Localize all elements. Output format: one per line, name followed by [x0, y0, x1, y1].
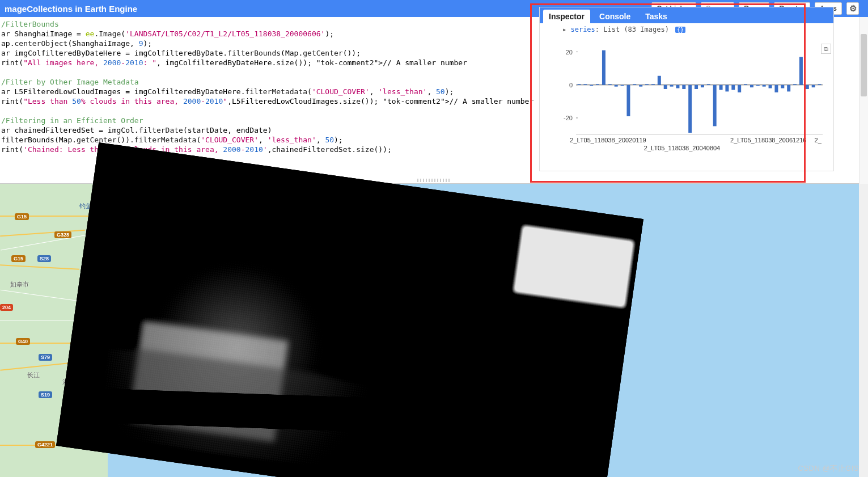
svg-rect-39 — [774, 85, 778, 92]
svg-rect-31 — [725, 85, 729, 92]
shield: G40 — [16, 338, 30, 345]
svg-rect-21 — [664, 85, 667, 89]
svg-text:20: 20 — [566, 49, 573, 56]
svg-rect-36 — [756, 85, 760, 86]
shield: G4221 — [35, 441, 55, 448]
watermark: CSDN @不止GIS — [798, 463, 859, 474]
series-list-row[interactable]: ▸ series: List (83 Images) {} — [562, 26, 685, 33]
svg-rect-45 — [812, 85, 815, 87]
svg-rect-20 — [658, 76, 661, 85]
settings-gear-button[interactable]: ⚙ — [846, 2, 859, 15]
svg-rect-18 — [645, 84, 649, 85]
svg-rect-26 — [695, 85, 698, 89]
tab-inspector[interactable]: Inspector — [543, 10, 590, 23]
panel-tabs: Inspector Console Tasks — [540, 7, 833, 23]
svg-text:0: 0 — [569, 82, 573, 88]
svg-rect-44 — [806, 85, 809, 89]
river-label: 长江 — [27, 371, 40, 379]
svg-rect-7 — [577, 84, 581, 85]
svg-text:2_: 2_ — [815, 137, 822, 143]
svg-rect-38 — [769, 85, 772, 88]
svg-rect-29 — [713, 85, 717, 126]
svg-rect-13 — [615, 85, 618, 87]
svg-text:2_LT05_118038_20061216: 2_LT05_118038_20061216 — [730, 137, 806, 143]
shield: G15 — [15, 213, 29, 220]
svg-rect-35 — [750, 85, 753, 87]
right-panel: Inspector Console Tasks ▸ series: List (… — [539, 7, 834, 171]
shield: G328 — [54, 231, 71, 238]
svg-rect-30 — [719, 85, 723, 90]
shield: 204 — [0, 304, 13, 311]
svg-rect-19 — [651, 84, 655, 85]
shield: S28 — [37, 255, 51, 262]
svg-rect-17 — [639, 85, 642, 87]
svg-rect-11 — [602, 50, 606, 85]
tab-tasks[interactable]: Tasks — [640, 10, 673, 23]
scrollbar-thumb[interactable] — [861, 34, 867, 96]
satellite-overlay — [56, 142, 643, 477]
svg-rect-40 — [781, 85, 784, 88]
svg-rect-10 — [596, 84, 599, 85]
map-right-gutter — [859, 184, 868, 477]
map-viewport[interactable]: G15 G328 G15 S28 204 G40 S79 S19 G4221 如… — [0, 184, 868, 477]
svg-rect-28 — [707, 84, 710, 85]
town-label: 如皋市 — [10, 280, 29, 289]
svg-rect-43 — [799, 57, 803, 85]
tab-console[interactable]: Console — [594, 10, 636, 23]
svg-text:-20: -20 — [564, 115, 573, 121]
svg-text:2_LT05_118038_20040804: 2_LT05_118038_20040804 — [644, 145, 720, 151]
svg-rect-23 — [676, 85, 679, 88]
json-icon[interactable]: {} — [675, 27, 685, 33]
shield: S79 — [39, 354, 52, 361]
editor-scrollbar[interactable] — [859, 17, 868, 184]
svg-rect-34 — [744, 84, 747, 85]
chart-area: ▸ series: List (83 Images) {} ⧉ 200-202_… — [540, 23, 833, 171]
svg-rect-16 — [633, 84, 636, 85]
svg-rect-14 — [621, 85, 624, 86]
svg-rect-12 — [608, 84, 612, 85]
bar-chart: 200-202_LT05_118038_200201192_LT05_11803… — [562, 40, 826, 159]
expand-icon: ▸ — [562, 26, 570, 33]
pane-resize-handle[interactable] — [417, 179, 451, 182]
svg-rect-42 — [793, 84, 797, 85]
svg-rect-37 — [763, 85, 766, 87]
svg-rect-41 — [787, 85, 790, 92]
svg-rect-46 — [818, 84, 822, 85]
svg-rect-8 — [583, 84, 587, 85]
svg-text:2_LT05_118038_20020119: 2_LT05_118038_20020119 — [570, 137, 646, 143]
svg-rect-15 — [626, 85, 630, 116]
svg-rect-33 — [738, 85, 741, 92]
svg-rect-9 — [590, 85, 593, 86]
shield: G15 — [11, 255, 26, 262]
gear-icon: ⚙ — [849, 3, 857, 14]
svg-rect-27 — [701, 85, 704, 87]
svg-rect-24 — [682, 85, 685, 89]
svg-rect-32 — [731, 85, 735, 90]
svg-rect-22 — [670, 85, 674, 87]
shield: S19 — [39, 391, 52, 398]
svg-rect-25 — [688, 85, 692, 133]
